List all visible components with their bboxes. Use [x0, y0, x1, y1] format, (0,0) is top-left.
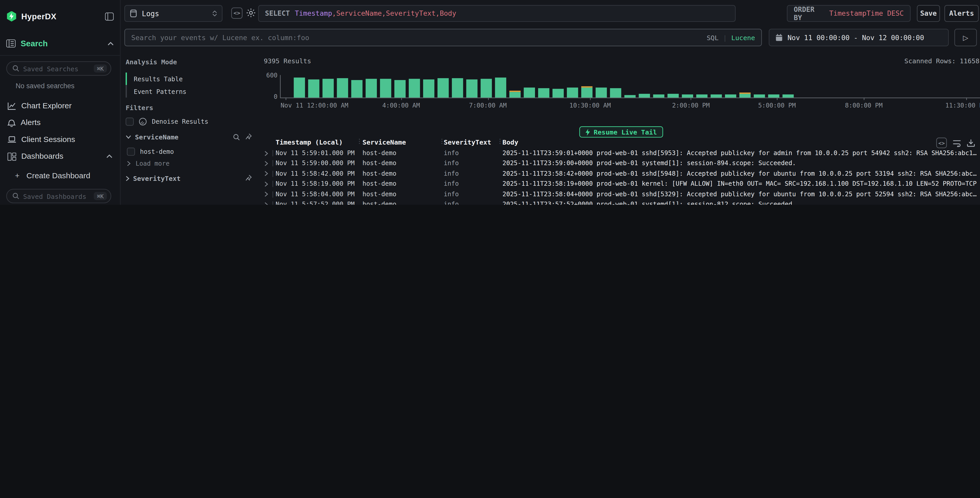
column-divider[interactable]: ⋮ — [356, 137, 363, 145]
cell-severitytext: info — [444, 191, 459, 198]
expand-row-icon[interactable] — [264, 202, 268, 205]
column-divider[interactable]: ⋮ — [497, 137, 503, 145]
histogram-bar[interactable] — [567, 88, 578, 97]
histogram-bar[interactable] — [783, 95, 794, 97]
histogram-bar[interactable] — [337, 78, 348, 97]
tab-results-table[interactable]: Results Table — [126, 73, 252, 85]
histogram-bar[interactable] — [768, 94, 780, 97]
date-range-picker[interactable]: Nov 11 00:00:00 - Nov 12 00:00:00 — [769, 29, 949, 46]
histogram-bar[interactable] — [696, 94, 708, 97]
sidebar-item-dashboards[interactable]: Dashboards — [0, 148, 120, 164]
pin-icon[interactable] — [245, 174, 252, 182]
histogram-bar[interactable] — [438, 78, 449, 97]
sidebar-item-chart-explorer[interactable]: Chart Explorer — [0, 97, 120, 114]
expand-row-icon[interactable] — [264, 192, 268, 197]
expand-row-icon[interactable] — [264, 161, 268, 166]
run-query-button[interactable]: ▷ — [954, 29, 977, 46]
column-header-servicename[interactable]: ServiceName — [363, 138, 406, 145]
create-dashboard-button[interactable]: + Create Dashboard — [0, 169, 120, 182]
histogram-bar[interactable] — [524, 88, 535, 97]
code-mode-button[interactable]: <> — [231, 8, 243, 19]
histogram-bar[interactable] — [711, 95, 722, 97]
histogram-bar[interactable] — [366, 79, 377, 97]
histogram-bar[interactable] — [610, 88, 621, 97]
histogram-bar[interactable] — [495, 77, 506, 97]
histogram-bar[interactable] — [624, 95, 636, 97]
histogram-bar[interactable] — [481, 79, 492, 97]
collapse-sidebar-icon[interactable] — [105, 12, 114, 20]
histogram-bar[interactable] — [754, 94, 765, 97]
table-row[interactable]: Nov 11 5:59:00.000 PM host-demo info 202… — [262, 158, 980, 169]
sidebar-item-search[interactable]: Search — [0, 32, 120, 54]
histogram-bar[interactable] — [581, 88, 593, 97]
order-by-input[interactable]: ORDER BY TimestampTime DESC — [787, 5, 911, 22]
filter-group-severitytext[interactable]: SeverityText — [126, 174, 252, 182]
hyperdx-app: HyperDX Search Saved Searches ⌘K No save… — [0, 0, 980, 205]
histogram-bar[interactable] — [409, 79, 420, 97]
histogram-bar[interactable] — [380, 79, 391, 97]
gear-icon[interactable] — [246, 8, 256, 18]
cell-severitytext: info — [444, 201, 459, 205]
search-icon — [13, 65, 19, 72]
filter-value-host-demo[interactable]: host-demo — [127, 148, 174, 156]
saved-searches-input[interactable]: Saved Searches ⌘K — [6, 61, 111, 76]
expand-row-icon[interactable] — [264, 171, 268, 177]
event-search-input[interactable]: Search your events w/ Lucene ex. column:… — [124, 29, 762, 46]
chevron-up-icon[interactable] — [107, 42, 114, 46]
table-row[interactable]: Nov 11 5:58:19.000 PM host-demo info 202… — [262, 179, 980, 189]
filter-group-servicename[interactable]: ServiceName — [126, 133, 252, 141]
histogram-bar[interactable] — [452, 78, 463, 97]
sidebar-item-alerts[interactable]: Alerts — [0, 115, 120, 131]
chevron-up-icon[interactable] — [106, 154, 112, 158]
histogram-bar[interactable] — [294, 78, 305, 97]
load-more-button[interactable]: Load more — [127, 160, 170, 167]
query-language-toggle[interactable]: SQL | Lucene — [707, 34, 755, 41]
column-header-timestamp[interactable]: Timestamp (Local) — [275, 138, 343, 145]
histogram-bar[interactable] — [639, 94, 650, 97]
pin-icon[interactable] — [245, 133, 252, 141]
histogram-bar[interactable] — [538, 88, 549, 97]
tab-event-patterns[interactable]: Event Patterns — [126, 85, 252, 98]
table-row[interactable]: Nov 11 5:57:52.000 PM host-demo info 202… — [262, 200, 980, 205]
sql-option[interactable]: SQL — [707, 34, 719, 41]
histogram-bar[interactable] — [395, 80, 406, 97]
source-select-value: Logs — [142, 9, 159, 18]
histogram-bar[interactable] — [739, 94, 751, 97]
resume-live-tail-button[interactable]: Resume Live Tail — [579, 126, 663, 137]
histogram-bar[interactable] — [552, 88, 564, 97]
histogram-bar[interactable] — [667, 94, 679, 97]
histogram-bar[interactable] — [725, 94, 736, 97]
histogram-bar[interactable] — [308, 79, 320, 97]
row-divider — [272, 150, 273, 156]
save-button[interactable]: Save — [917, 5, 940, 22]
column-header-severitytext[interactable]: SeverityText — [444, 138, 491, 145]
sidebar-item-client-sessions[interactable]: Client Sessions — [0, 131, 120, 148]
histogram-bar[interactable] — [466, 80, 478, 97]
expand-row-icon[interactable] — [264, 181, 268, 187]
histogram-bars[interactable] — [280, 75, 980, 97]
no-saved-searches: No saved searches — [0, 82, 120, 89]
saved-dashboards-input[interactable]: Saved Dashboards ⌘K — [6, 189, 111, 203]
table-row[interactable]: Nov 11 5:59:01.000 PM host-demo info 202… — [262, 148, 980, 158]
histogram-bar[interactable] — [509, 92, 520, 97]
column-header-body[interactable]: Body — [503, 138, 518, 145]
histogram-bar[interactable] — [423, 79, 434, 97]
results-histogram[interactable]: 600 0 Nov 11 12:00:00 AM4:00:00 AM7:00:0… — [262, 67, 980, 111]
histogram-bar[interactable] — [351, 80, 363, 97]
histogram-bar[interactable] — [322, 78, 334, 97]
histogram-bar[interactable] — [682, 94, 693, 97]
expand-row-icon[interactable] — [264, 150, 268, 156]
table-row[interactable]: Nov 11 5:58:04.000 PM host-demo info 202… — [262, 189, 980, 200]
host-demo-checkbox[interactable] — [127, 148, 135, 156]
table-row[interactable]: Nov 11 5:58:42.000 PM host-demo info 202… — [262, 169, 980, 179]
cell-timestamp: Nov 11 5:57:52.000 PM — [275, 201, 355, 205]
histogram-bar[interactable] — [596, 88, 607, 97]
search-icon[interactable] — [233, 134, 240, 140]
lucene-option[interactable]: Lucene — [732, 34, 755, 41]
source-select[interactable]: Logs — [124, 5, 223, 22]
histogram-bar[interactable] — [653, 94, 664, 97]
denoise-results-row[interactable]: Denoise Results — [126, 118, 208, 126]
alerts-button[interactable]: Alerts — [944, 5, 979, 22]
select-query-input[interactable]: SELECT Timestamp,ServiceName,SeverityTex… — [258, 5, 735, 22]
denoise-checkbox[interactable] — [126, 118, 134, 126]
